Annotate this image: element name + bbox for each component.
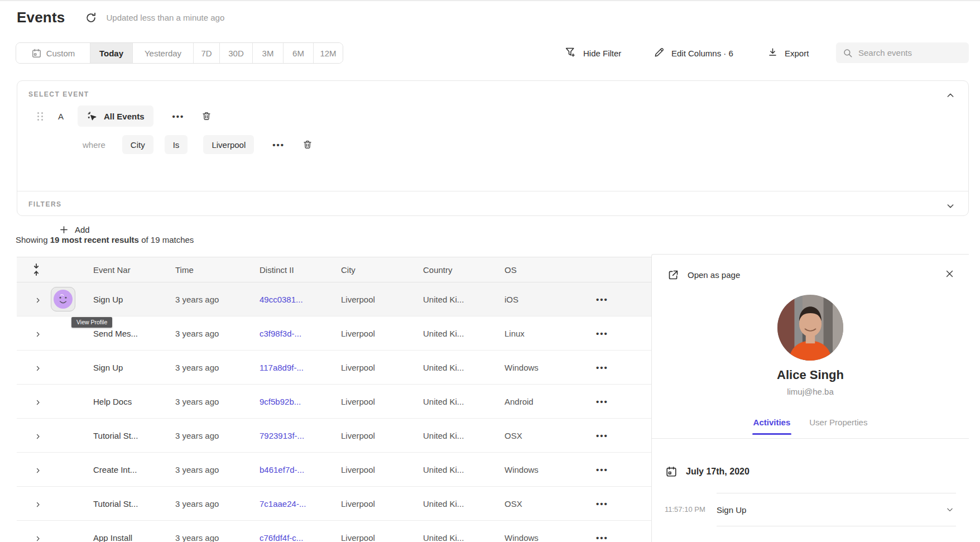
row-more-icon[interactable]: •••: [580, 533, 651, 542]
header-os[interactable]: OS: [505, 265, 580, 275]
row-more-icon[interactable]: •••: [580, 363, 651, 372]
filter-property-chip[interactable]: City: [122, 135, 153, 154]
close-panel-icon[interactable]: [945, 269, 954, 279]
activity-event-name: Sign Up: [717, 505, 746, 515]
export-button[interactable]: Export: [767, 42, 809, 64]
os-cell: Windows: [505, 465, 580, 474]
distinct-id-link[interactable]: 49cc0381...: [260, 295, 341, 304]
expand-row-chevron-right-icon[interactable]: [35, 466, 41, 473]
card-divider: [17, 191, 968, 191]
user-avatar[interactable]: [54, 290, 73, 309]
table-row[interactable]: Sign Up3 years ago49cc0381...LiverpoolUn…: [17, 282, 651, 316]
profile-name: Alice Singh: [652, 368, 969, 382]
filter-trash-icon[interactable]: [302, 139, 313, 150]
date-tab-custom[interactable]: Custom: [16, 43, 90, 63]
where-label: where: [83, 140, 105, 150]
row-more-icon[interactable]: •••: [580, 465, 651, 474]
download-icon: [767, 47, 778, 59]
distinct-id-link[interactable]: 7c1aae24-...: [260, 499, 341, 509]
header-distinct-id[interactable]: Distinct II: [260, 265, 341, 275]
expand-row-chevron-right-icon[interactable]: [35, 330, 41, 337]
table-row[interactable]: Tutorial St...3 years ago7c1aae24-...Liv…: [17, 487, 651, 521]
date-tab-7d[interactable]: 7D: [193, 43, 219, 63]
refresh-icon[interactable]: [85, 12, 97, 24]
row-more-icon[interactable]: •••: [580, 329, 651, 338]
edit-columns-button[interactable]: Edit Columns · 6: [654, 42, 733, 64]
header-city[interactable]: City: [341, 265, 423, 275]
event-more-icon[interactable]: •••: [172, 112, 185, 121]
distinct-id-link[interactable]: 117a8d9f-...: [260, 363, 341, 372]
date-tab-label: 6M: [292, 49, 304, 58]
filter-operator-chip[interactable]: Is: [165, 135, 188, 154]
header-country[interactable]: Country: [423, 265, 505, 275]
event-trash-icon[interactable]: [201, 111, 212, 122]
hide-filter-button[interactable]: Hide Filter: [565, 42, 621, 64]
collapse-all-rows-icon[interactable]: [32, 263, 40, 276]
date-tab-30d[interactable]: 30D: [219, 43, 252, 63]
table-row[interactable]: Help Docs3 years ago9cf5b92b...Liverpool…: [17, 385, 651, 419]
tabs-divider: [652, 438, 969, 439]
avatar-cell: [48, 465, 93, 474]
expand-filters-chevron-down-icon[interactable]: [946, 202, 955, 210]
expand-row-chevron-right-icon[interactable]: [35, 534, 41, 541]
country-cell: United Ki...: [423, 431, 505, 440]
filter-plus-icon: [565, 46, 577, 60]
filter-value-chip[interactable]: Liverpool: [203, 135, 254, 154]
all-events-chip[interactable]: All Events: [78, 105, 153, 127]
calendar-icon: [31, 48, 42, 59]
date-tab-3m[interactable]: 3M: [252, 43, 283, 63]
table-row[interactable]: App Install3 years agoc76fdf4f-c...Liver…: [17, 521, 651, 542]
table-row[interactable]: Tutorial St...3 years ago7923913f-...Liv…: [17, 419, 651, 453]
distinct-id-link[interactable]: b461ef7d-...: [260, 465, 341, 474]
profile-tab-user-properties[interactable]: User Properties: [809, 418, 867, 435]
where-filter-row: where City Is Liverpool •••: [83, 135, 313, 154]
expand-row-chevron-right-icon[interactable]: [35, 364, 41, 371]
selected-avatar-frame[interactable]: [51, 287, 75, 311]
filter-more-icon[interactable]: •••: [272, 140, 285, 150]
row-more-icon[interactable]: •••: [580, 295, 651, 304]
city-cell: Liverpool: [341, 363, 423, 372]
date-range-tabs: CustomTodayYesterday7D30D3M6M12M: [16, 42, 343, 64]
add-event-button[interactable]: Add: [59, 225, 90, 234]
os-cell: iOS: [505, 295, 580, 304]
distinct-id-link[interactable]: c3f98f3d-...: [260, 329, 341, 338]
collapse-select-event-chevron-up-icon[interactable]: [946, 91, 955, 100]
avatar-cell: [48, 287, 93, 311]
os-cell: Linux: [505, 329, 580, 338]
row-more-icon[interactable]: •••: [580, 431, 651, 440]
search-input[interactable]: [858, 48, 962, 57]
avatar-cell: [48, 363, 93, 372]
expand-row-chevron-right-icon[interactable]: [35, 296, 41, 303]
open-as-page-button[interactable]: Open as page: [667, 269, 740, 281]
expand-row-chevron-right-icon[interactable]: [35, 432, 41, 439]
events-page: Events Updated less than a minute ago Cu…: [0, 0, 980, 542]
page-header: Events Updated less than a minute ago: [17, 9, 224, 26]
expand-row-chevron-right-icon[interactable]: [35, 500, 41, 507]
avatar-cell: [48, 499, 93, 509]
os-cell: Android: [505, 397, 580, 406]
event-cursor-star-icon: [87, 111, 98, 122]
date-tab-12m[interactable]: 12M: [313, 43, 343, 63]
header-time[interactable]: Time: [175, 265, 260, 275]
distinct-id-link[interactable]: 9cf5b92b...: [260, 397, 341, 406]
date-tab-today[interactable]: Today: [90, 43, 132, 63]
activity-event-expander[interactable]: Sign Up: [717, 493, 956, 526]
row-more-icon[interactable]: •••: [580, 499, 651, 509]
header-event-name[interactable]: Event Nar: [93, 265, 175, 275]
profile-tab-activities[interactable]: Activities: [753, 418, 791, 435]
expand-row-chevron-right-icon[interactable]: [35, 398, 41, 405]
distinct-id-link[interactable]: c76fdf4f-c...: [260, 533, 341, 542]
external-link-icon: [667, 269, 679, 281]
date-tab-yesterday[interactable]: Yesterday: [132, 43, 193, 63]
city-cell: Liverpool: [341, 295, 423, 304]
profile-email: limuj@he.ba: [652, 387, 969, 396]
table-row[interactable]: Create Int...3 years agob461ef7d-...Live…: [17, 453, 651, 487]
date-tab-6m[interactable]: 6M: [283, 43, 313, 63]
row-more-icon[interactable]: •••: [580, 397, 651, 406]
table-row[interactable]: Sign Up3 years ago117a8d9f-...LiverpoolU…: [17, 351, 651, 385]
activity-row: 11:57:10 PM Sign Up: [652, 493, 969, 526]
country-cell: United Ki...: [423, 465, 505, 474]
results-count: 19 most recent results: [50, 235, 139, 244]
distinct-id-link[interactable]: 7923913f-...: [260, 431, 341, 440]
drag-handle-icon[interactable]: [37, 112, 44, 121]
